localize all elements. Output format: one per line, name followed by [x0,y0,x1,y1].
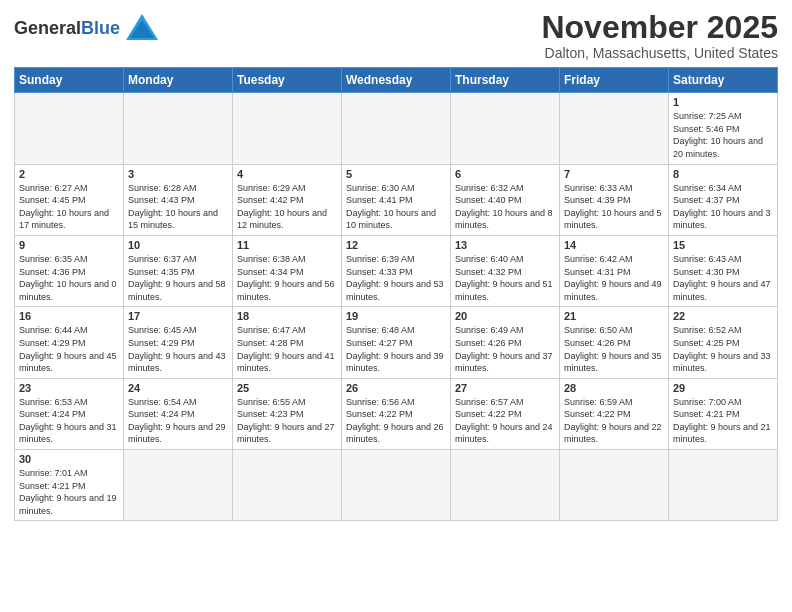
table-row: 13Sunrise: 6:40 AM Sunset: 4:32 PM Dayli… [451,235,560,306]
day-info: Sunrise: 6:48 AM Sunset: 4:27 PM Dayligh… [346,324,446,374]
day-info: Sunrise: 6:43 AM Sunset: 4:30 PM Dayligh… [673,253,773,303]
table-row [124,93,233,164]
table-row [124,450,233,521]
header-sunday: Sunday [15,68,124,93]
table-row: 27Sunrise: 6:57 AM Sunset: 4:22 PM Dayli… [451,378,560,449]
table-row [451,450,560,521]
table-row: 30Sunrise: 7:01 AM Sunset: 4:21 PM Dayli… [15,450,124,521]
table-row: 21Sunrise: 6:50 AM Sunset: 4:26 PM Dayli… [560,307,669,378]
header-friday: Friday [560,68,669,93]
day-number: 20 [455,310,555,322]
table-row [233,450,342,521]
table-row: 4Sunrise: 6:29 AM Sunset: 4:42 PM Daylig… [233,164,342,235]
table-row [342,450,451,521]
day-number: 21 [564,310,664,322]
day-info: Sunrise: 7:00 AM Sunset: 4:21 PM Dayligh… [673,396,773,446]
table-row: 29Sunrise: 7:00 AM Sunset: 4:21 PM Dayli… [669,378,778,449]
table-row: 22Sunrise: 6:52 AM Sunset: 4:25 PM Dayli… [669,307,778,378]
table-row [342,93,451,164]
day-info: Sunrise: 6:52 AM Sunset: 4:25 PM Dayligh… [673,324,773,374]
header: GeneralBlue November 2025 Dalton, Massac… [14,10,778,61]
day-info: Sunrise: 6:33 AM Sunset: 4:39 PM Dayligh… [564,182,664,232]
day-info: Sunrise: 6:49 AM Sunset: 4:26 PM Dayligh… [455,324,555,374]
day-number: 26 [346,382,446,394]
table-row: 19Sunrise: 6:48 AM Sunset: 4:27 PM Dayli… [342,307,451,378]
table-row: 6Sunrise: 6:32 AM Sunset: 4:40 PM Daylig… [451,164,560,235]
table-row: 3Sunrise: 6:28 AM Sunset: 4:43 PM Daylig… [124,164,233,235]
day-info: Sunrise: 7:01 AM Sunset: 4:21 PM Dayligh… [19,467,119,517]
day-number: 11 [237,239,337,251]
day-info: Sunrise: 6:40 AM Sunset: 4:32 PM Dayligh… [455,253,555,303]
day-number: 25 [237,382,337,394]
table-row: 1Sunrise: 7:25 AM Sunset: 5:46 PM Daylig… [669,93,778,164]
title-block: November 2025 Dalton, Massachusetts, Uni… [541,10,778,61]
day-number: 27 [455,382,555,394]
day-number: 6 [455,168,555,180]
day-info: Sunrise: 6:29 AM Sunset: 4:42 PM Dayligh… [237,182,337,232]
table-row: 15Sunrise: 6:43 AM Sunset: 4:30 PM Dayli… [669,235,778,306]
day-number: 5 [346,168,446,180]
table-row [560,450,669,521]
table-row: 20Sunrise: 6:49 AM Sunset: 4:26 PM Dayli… [451,307,560,378]
day-number: 28 [564,382,664,394]
day-number: 3 [128,168,228,180]
day-number: 14 [564,239,664,251]
day-number: 18 [237,310,337,322]
header-saturday: Saturday [669,68,778,93]
day-info: Sunrise: 6:54 AM Sunset: 4:24 PM Dayligh… [128,396,228,446]
table-row: 7Sunrise: 6:33 AM Sunset: 4:39 PM Daylig… [560,164,669,235]
day-info: Sunrise: 6:44 AM Sunset: 4:29 PM Dayligh… [19,324,119,374]
header-tuesday: Tuesday [233,68,342,93]
day-info: Sunrise: 6:57 AM Sunset: 4:22 PM Dayligh… [455,396,555,446]
day-info: Sunrise: 7:25 AM Sunset: 5:46 PM Dayligh… [673,110,773,160]
table-row: 10Sunrise: 6:37 AM Sunset: 4:35 PM Dayli… [124,235,233,306]
table-row: 5Sunrise: 6:30 AM Sunset: 4:41 PM Daylig… [342,164,451,235]
day-number: 10 [128,239,228,251]
header-thursday: Thursday [451,68,560,93]
table-row: 2Sunrise: 6:27 AM Sunset: 4:45 PM Daylig… [15,164,124,235]
day-number: 24 [128,382,228,394]
calendar-title: November 2025 [541,10,778,45]
table-row: 11Sunrise: 6:38 AM Sunset: 4:34 PM Dayli… [233,235,342,306]
calendar-subtitle: Dalton, Massachusetts, United States [541,45,778,61]
weekday-header-row: Sunday Monday Tuesday Wednesday Thursday… [15,68,778,93]
header-monday: Monday [124,68,233,93]
header-wednesday: Wednesday [342,68,451,93]
day-info: Sunrise: 6:59 AM Sunset: 4:22 PM Dayligh… [564,396,664,446]
calendar-table: Sunday Monday Tuesday Wednesday Thursday… [14,67,778,521]
page: GeneralBlue November 2025 Dalton, Massac… [0,0,792,612]
table-row: 8Sunrise: 6:34 AM Sunset: 4:37 PM Daylig… [669,164,778,235]
day-info: Sunrise: 6:34 AM Sunset: 4:37 PM Dayligh… [673,182,773,232]
table-row [451,93,560,164]
day-info: Sunrise: 6:35 AM Sunset: 4:36 PM Dayligh… [19,253,119,303]
day-number: 30 [19,453,119,465]
day-number: 19 [346,310,446,322]
table-row: 28Sunrise: 6:59 AM Sunset: 4:22 PM Dayli… [560,378,669,449]
day-info: Sunrise: 6:32 AM Sunset: 4:40 PM Dayligh… [455,182,555,232]
day-number: 1 [673,96,773,108]
day-number: 15 [673,239,773,251]
logo-text: GeneralBlue [14,18,120,39]
day-number: 22 [673,310,773,322]
day-number: 2 [19,168,119,180]
table-row [15,93,124,164]
day-number: 12 [346,239,446,251]
logo: GeneralBlue [14,10,160,46]
table-row: 26Sunrise: 6:56 AM Sunset: 4:22 PM Dayli… [342,378,451,449]
day-info: Sunrise: 6:45 AM Sunset: 4:29 PM Dayligh… [128,324,228,374]
day-number: 29 [673,382,773,394]
table-row: 12Sunrise: 6:39 AM Sunset: 4:33 PM Dayli… [342,235,451,306]
day-number: 16 [19,310,119,322]
table-row: 16Sunrise: 6:44 AM Sunset: 4:29 PM Dayli… [15,307,124,378]
table-row [669,450,778,521]
logo-general: General [14,18,81,38]
logo-blue: Blue [81,18,120,38]
table-row [560,93,669,164]
table-row: 14Sunrise: 6:42 AM Sunset: 4:31 PM Dayli… [560,235,669,306]
day-info: Sunrise: 6:27 AM Sunset: 4:45 PM Dayligh… [19,182,119,232]
day-info: Sunrise: 6:38 AM Sunset: 4:34 PM Dayligh… [237,253,337,303]
day-info: Sunrise: 6:53 AM Sunset: 4:24 PM Dayligh… [19,396,119,446]
table-row: 18Sunrise: 6:47 AM Sunset: 4:28 PM Dayli… [233,307,342,378]
day-info: Sunrise: 6:28 AM Sunset: 4:43 PM Dayligh… [128,182,228,232]
table-row [233,93,342,164]
